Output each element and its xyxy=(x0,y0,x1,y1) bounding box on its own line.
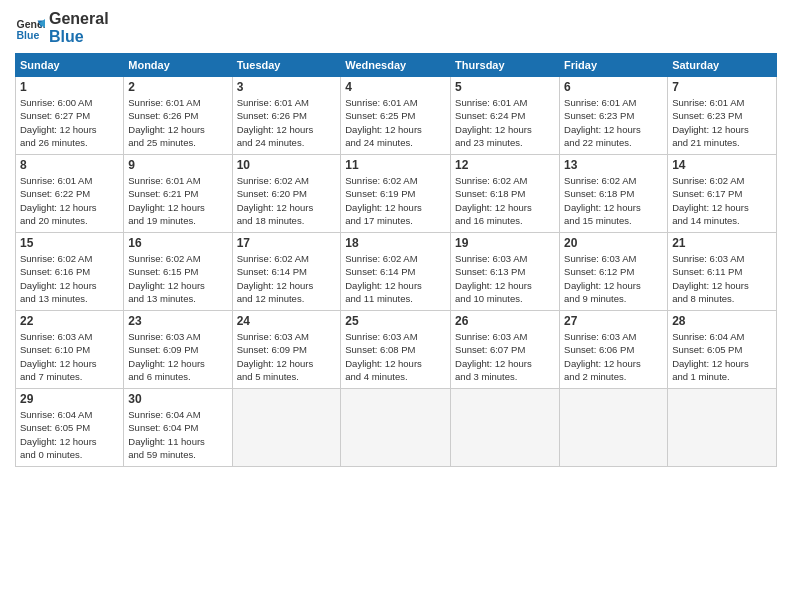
calendar-day-cell xyxy=(560,389,668,467)
day-info: Sunrise: 6:02 AMSunset: 6:14 PMDaylight:… xyxy=(237,252,337,305)
day-number: 14 xyxy=(672,158,772,172)
logo-icon: General Blue xyxy=(15,13,45,43)
day-number: 25 xyxy=(345,314,446,328)
day-info: Sunrise: 6:01 AMSunset: 6:23 PMDaylight:… xyxy=(564,96,663,149)
day-info: Sunrise: 6:02 AMSunset: 6:19 PMDaylight:… xyxy=(345,174,446,227)
calendar-day-cell: 20Sunrise: 6:03 AMSunset: 6:12 PMDayligh… xyxy=(560,233,668,311)
calendar-day-cell: 11Sunrise: 6:02 AMSunset: 6:19 PMDayligh… xyxy=(341,155,451,233)
weekday-header: Friday xyxy=(560,54,668,77)
calendar-day-cell: 4Sunrise: 6:01 AMSunset: 6:25 PMDaylight… xyxy=(341,77,451,155)
day-number: 18 xyxy=(345,236,446,250)
calendar-day-cell: 17Sunrise: 6:02 AMSunset: 6:14 PMDayligh… xyxy=(232,233,341,311)
weekday-header: Sunday xyxy=(16,54,124,77)
logo: General Blue General Blue xyxy=(15,10,109,45)
day-number: 12 xyxy=(455,158,555,172)
day-number: 21 xyxy=(672,236,772,250)
calendar-day-cell: 23Sunrise: 6:03 AMSunset: 6:09 PMDayligh… xyxy=(124,311,232,389)
calendar-day-cell: 18Sunrise: 6:02 AMSunset: 6:14 PMDayligh… xyxy=(341,233,451,311)
day-number: 24 xyxy=(237,314,337,328)
day-info: Sunrise: 6:03 AMSunset: 6:09 PMDaylight:… xyxy=(128,330,227,383)
day-number: 27 xyxy=(564,314,663,328)
day-number: 29 xyxy=(20,392,119,406)
day-info: Sunrise: 6:01 AMSunset: 6:22 PMDaylight:… xyxy=(20,174,119,227)
calendar-day-cell: 14Sunrise: 6:02 AMSunset: 6:17 PMDayligh… xyxy=(668,155,777,233)
calendar-day-cell: 8Sunrise: 6:01 AMSunset: 6:22 PMDaylight… xyxy=(16,155,124,233)
calendar-day-cell: 7Sunrise: 6:01 AMSunset: 6:23 PMDaylight… xyxy=(668,77,777,155)
day-number: 9 xyxy=(128,158,227,172)
day-number: 17 xyxy=(237,236,337,250)
calendar-day-cell: 2Sunrise: 6:01 AMSunset: 6:26 PMDaylight… xyxy=(124,77,232,155)
day-info: Sunrise: 6:03 AMSunset: 6:06 PMDaylight:… xyxy=(564,330,663,383)
calendar-day-cell: 9Sunrise: 6:01 AMSunset: 6:21 PMDaylight… xyxy=(124,155,232,233)
day-info: Sunrise: 6:04 AMSunset: 6:04 PMDaylight:… xyxy=(128,408,227,461)
calendar-day-cell: 12Sunrise: 6:02 AMSunset: 6:18 PMDayligh… xyxy=(451,155,560,233)
calendar-day-cell: 30Sunrise: 6:04 AMSunset: 6:04 PMDayligh… xyxy=(124,389,232,467)
weekday-header: Tuesday xyxy=(232,54,341,77)
day-info: Sunrise: 6:01 AMSunset: 6:23 PMDaylight:… xyxy=(672,96,772,149)
day-number: 10 xyxy=(237,158,337,172)
day-info: Sunrise: 6:02 AMSunset: 6:18 PMDaylight:… xyxy=(564,174,663,227)
day-number: 3 xyxy=(237,80,337,94)
day-number: 19 xyxy=(455,236,555,250)
calendar-day-cell: 16Sunrise: 6:02 AMSunset: 6:15 PMDayligh… xyxy=(124,233,232,311)
calendar-day-cell: 26Sunrise: 6:03 AMSunset: 6:07 PMDayligh… xyxy=(451,311,560,389)
weekday-header: Wednesday xyxy=(341,54,451,77)
calendar-day-cell: 19Sunrise: 6:03 AMSunset: 6:13 PMDayligh… xyxy=(451,233,560,311)
weekday-header: Thursday xyxy=(451,54,560,77)
day-info: Sunrise: 6:02 AMSunset: 6:20 PMDaylight:… xyxy=(237,174,337,227)
day-info: Sunrise: 6:02 AMSunset: 6:15 PMDaylight:… xyxy=(128,252,227,305)
calendar-day-cell: 21Sunrise: 6:03 AMSunset: 6:11 PMDayligh… xyxy=(668,233,777,311)
weekday-header: Saturday xyxy=(668,54,777,77)
day-number: 1 xyxy=(20,80,119,94)
day-info: Sunrise: 6:01 AMSunset: 6:26 PMDaylight:… xyxy=(237,96,337,149)
day-info: Sunrise: 6:02 AMSunset: 6:16 PMDaylight:… xyxy=(20,252,119,305)
day-info: Sunrise: 6:03 AMSunset: 6:10 PMDaylight:… xyxy=(20,330,119,383)
day-number: 11 xyxy=(345,158,446,172)
day-number: 16 xyxy=(128,236,227,250)
day-info: Sunrise: 6:04 AMSunset: 6:05 PMDaylight:… xyxy=(20,408,119,461)
calendar-header-row: SundayMondayTuesdayWednesdayThursdayFrid… xyxy=(16,54,777,77)
svg-text:Blue: Blue xyxy=(17,28,40,40)
calendar-day-cell: 15Sunrise: 6:02 AMSunset: 6:16 PMDayligh… xyxy=(16,233,124,311)
calendar-day-cell: 27Sunrise: 6:03 AMSunset: 6:06 PMDayligh… xyxy=(560,311,668,389)
calendar-day-cell: 25Sunrise: 6:03 AMSunset: 6:08 PMDayligh… xyxy=(341,311,451,389)
day-number: 15 xyxy=(20,236,119,250)
calendar-day-cell: 3Sunrise: 6:01 AMSunset: 6:26 PMDaylight… xyxy=(232,77,341,155)
calendar-table: SundayMondayTuesdayWednesdayThursdayFrid… xyxy=(15,53,777,467)
calendar-week-row: 29Sunrise: 6:04 AMSunset: 6:05 PMDayligh… xyxy=(16,389,777,467)
day-number: 26 xyxy=(455,314,555,328)
calendar-week-row: 1Sunrise: 6:00 AMSunset: 6:27 PMDaylight… xyxy=(16,77,777,155)
day-info: Sunrise: 6:02 AMSunset: 6:18 PMDaylight:… xyxy=(455,174,555,227)
calendar-day-cell: 6Sunrise: 6:01 AMSunset: 6:23 PMDaylight… xyxy=(560,77,668,155)
calendar-day-cell xyxy=(232,389,341,467)
day-number: 23 xyxy=(128,314,227,328)
day-info: Sunrise: 6:01 AMSunset: 6:26 PMDaylight:… xyxy=(128,96,227,149)
weekday-header: Monday xyxy=(124,54,232,77)
calendar-day-cell: 29Sunrise: 6:04 AMSunset: 6:05 PMDayligh… xyxy=(16,389,124,467)
day-number: 22 xyxy=(20,314,119,328)
day-info: Sunrise: 6:03 AMSunset: 6:07 PMDaylight:… xyxy=(455,330,555,383)
day-info: Sunrise: 6:03 AMSunset: 6:11 PMDaylight:… xyxy=(672,252,772,305)
day-number: 6 xyxy=(564,80,663,94)
day-info: Sunrise: 6:01 AMSunset: 6:24 PMDaylight:… xyxy=(455,96,555,149)
logo-text: General Blue xyxy=(49,10,109,45)
day-info: Sunrise: 6:03 AMSunset: 6:08 PMDaylight:… xyxy=(345,330,446,383)
day-number: 5 xyxy=(455,80,555,94)
day-info: Sunrise: 6:01 AMSunset: 6:21 PMDaylight:… xyxy=(128,174,227,227)
day-info: Sunrise: 6:04 AMSunset: 6:05 PMDaylight:… xyxy=(672,330,772,383)
calendar-day-cell xyxy=(668,389,777,467)
day-number: 8 xyxy=(20,158,119,172)
page: General Blue General Blue SundayMondayTu… xyxy=(0,0,792,612)
calendar-day-cell: 13Sunrise: 6:02 AMSunset: 6:18 PMDayligh… xyxy=(560,155,668,233)
calendar-day-cell: 1Sunrise: 6:00 AMSunset: 6:27 PMDaylight… xyxy=(16,77,124,155)
calendar-day-cell: 5Sunrise: 6:01 AMSunset: 6:24 PMDaylight… xyxy=(451,77,560,155)
day-info: Sunrise: 6:02 AMSunset: 6:17 PMDaylight:… xyxy=(672,174,772,227)
day-number: 7 xyxy=(672,80,772,94)
day-number: 4 xyxy=(345,80,446,94)
day-info: Sunrise: 6:03 AMSunset: 6:13 PMDaylight:… xyxy=(455,252,555,305)
calendar-day-cell: 24Sunrise: 6:03 AMSunset: 6:09 PMDayligh… xyxy=(232,311,341,389)
day-number: 20 xyxy=(564,236,663,250)
day-info: Sunrise: 6:03 AMSunset: 6:09 PMDaylight:… xyxy=(237,330,337,383)
day-number: 13 xyxy=(564,158,663,172)
header: General Blue General Blue xyxy=(15,10,777,45)
